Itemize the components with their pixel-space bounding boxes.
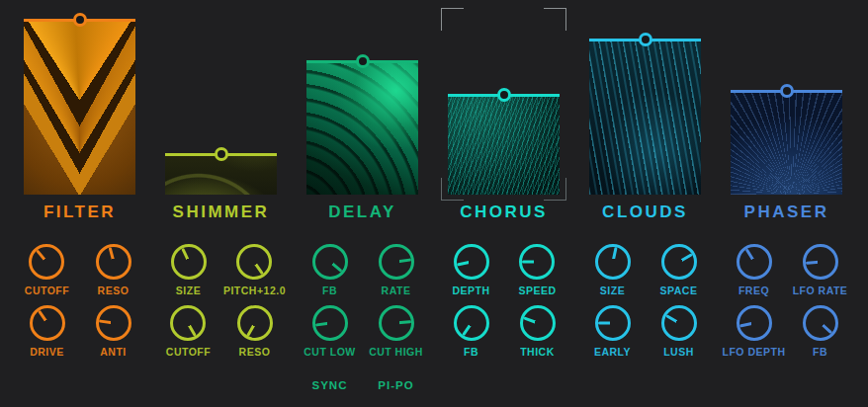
knob-cell: RESO	[237, 305, 273, 358]
slider-handle[interactable]	[73, 13, 87, 27]
knob-cut-high[interactable]	[379, 305, 414, 341]
knob-label: PITCH+12.0	[223, 285, 286, 296]
knob-rate[interactable]	[379, 244, 414, 280]
knob-label: DEPTH	[452, 285, 489, 296]
knob-cut-low[interactable]	[312, 305, 348, 341]
knob-cutoff[interactable]	[170, 305, 206, 341]
knob-drive[interactable]	[30, 305, 65, 341]
module-title: DELAY	[306, 203, 418, 222]
knob-label: FREQ	[738, 285, 769, 296]
knob-space[interactable]	[661, 244, 697, 280]
knob-freq[interactable]	[737, 244, 772, 280]
amount-slider[interactable]	[448, 94, 560, 97]
knob-early[interactable]	[595, 305, 631, 341]
knob-pointer	[462, 322, 473, 336]
knob-fb[interactable]	[312, 244, 348, 280]
phaser-artwork[interactable]	[731, 91, 842, 195]
knob-lush[interactable]	[661, 305, 697, 341]
slider-handle[interactable]	[356, 54, 370, 68]
knob-speed[interactable]	[519, 244, 555, 280]
knob-label: ANTI	[100, 346, 127, 358]
knob-lfo-depth[interactable]	[737, 305, 772, 341]
amount-slider[interactable]	[165, 153, 277, 156]
knob-anti[interactable]	[96, 305, 131, 341]
knob-pointer	[38, 310, 48, 324]
knob-pitch-12-0[interactable]	[236, 244, 272, 280]
knob-pointer	[395, 258, 410, 263]
knob-label: CUT HIGH	[369, 346, 423, 358]
slider-handle[interactable]	[780, 84, 794, 98]
knob-size[interactable]	[595, 244, 631, 280]
module-filter: FILTER CUTOFF RESO DRIVE	[24, 0, 135, 391]
slider-handle[interactable]	[215, 147, 228, 161]
knob-pointer	[744, 248, 754, 262]
button-pi-po[interactable]: PI-PO	[378, 379, 413, 391]
knob-grid: DEPTH SPEED FB THICK	[438, 244, 570, 358]
button-row: SYNCPI-PO	[297, 379, 429, 391]
knob-label: EARLY	[594, 346, 631, 358]
knob-cell: FB	[312, 244, 348, 296]
knob-pointer	[598, 322, 613, 325]
knob-label: FB	[464, 346, 478, 358]
knob-cell: FREQ	[737, 244, 772, 296]
knob-pointer	[314, 322, 329, 327]
module-title: CHORUS	[448, 203, 560, 222]
module-row: FILTER CUTOFF RESO DRIVE	[0, 0, 868, 391]
knob-pointer	[678, 253, 692, 263]
knob-pointer	[395, 320, 410, 324]
amount-slider[interactable]	[589, 39, 701, 41]
amount-slider[interactable]	[24, 19, 135, 22]
knob-label: CUTOFF	[166, 346, 211, 358]
knob-lfo-rate[interactable]	[803, 244, 838, 280]
knob-cell: LFO DEPTH	[723, 305, 786, 358]
knob-label: SPACE	[660, 285, 698, 296]
module-title: SHIMMER	[165, 203, 277, 222]
knob-pointer	[611, 247, 617, 262]
knob-cell: ANTI	[96, 305, 131, 358]
knob-grid: CUTOFF RESO DRIVE ANTI	[14, 244, 146, 358]
knob-cell: SIZE	[171, 244, 207, 296]
module-tile	[589, 0, 701, 195]
amount-slider[interactable]	[731, 90, 842, 93]
slider-handle[interactable]	[639, 33, 652, 46]
knob-label: THICK	[520, 346, 555, 358]
knob-thick[interactable]	[520, 305, 556, 341]
filter-artwork[interactable]	[24, 20, 135, 195]
knob-pointer	[329, 261, 342, 273]
knob-pointer	[819, 322, 831, 334]
knob-reso[interactable]	[237, 305, 273, 341]
knob-label: LFO DEPTH	[723, 346, 786, 358]
amount-slider[interactable]	[306, 60, 418, 63]
knob-reso[interactable]	[96, 244, 131, 280]
delay-artwork[interactable]	[306, 61, 418, 195]
knob-pointer	[246, 322, 256, 336]
knob-cell: RESO	[96, 244, 131, 296]
knob-fb[interactable]	[454, 305, 489, 341]
knob-cell: THICK	[520, 305, 556, 358]
shimmer-artwork[interactable]	[165, 154, 277, 195]
slider-handle[interactable]	[497, 88, 511, 102]
chorus-artwork[interactable]	[448, 95, 560, 195]
module-tile	[24, 0, 135, 195]
knob-size[interactable]	[171, 244, 207, 280]
knob-label: CUT LOW	[304, 346, 356, 358]
clouds-artwork[interactable]	[589, 40, 701, 195]
knob-label: FB	[322, 285, 337, 296]
knob-label: LUSH	[663, 346, 694, 358]
knob-grid: SIZE PITCH+12.0 CUTOFF RESO	[155, 244, 288, 358]
module-clouds: CLOUDS SIZE SPACE EARLY	[589, 0, 701, 391]
knob-cell: PITCH+12.0	[223, 244, 286, 296]
knob-depth[interactable]	[454, 244, 489, 280]
knob-cell: SPEED	[518, 244, 556, 296]
knob-cutoff[interactable]	[29, 244, 64, 280]
knob-label: SIZE	[600, 285, 625, 296]
knob-pointer	[181, 248, 190, 263]
knob-grid: FREQ LFO RATE LFO DEPTH FB	[721, 244, 853, 358]
knob-fb[interactable]	[803, 305, 838, 341]
knob-cell: CUT HIGH	[369, 305, 423, 358]
button-sync[interactable]: SYNC	[312, 379, 348, 391]
module-tile	[731, 0, 842, 195]
knob-cell: EARLY	[594, 305, 631, 358]
knob-pointer	[37, 250, 48, 263]
knob-label: RESO	[239, 346, 271, 358]
